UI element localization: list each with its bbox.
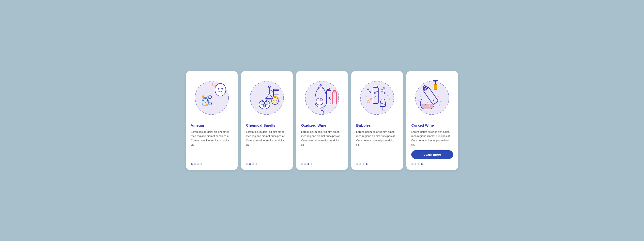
card-oxidized-wine-dots	[301, 163, 312, 165]
dot	[246, 163, 248, 165]
dot	[421, 163, 422, 165]
svg-point-25	[263, 105, 266, 107]
svg-point-71	[389, 98, 390, 100]
svg-point-26	[272, 98, 278, 104]
svg-point-5	[214, 85, 216, 88]
card-vinegar-illustration	[191, 77, 233, 119]
dot	[256, 163, 257, 165]
svg-point-23	[261, 101, 264, 105]
card-bubbles-illustration	[356, 77, 398, 119]
dot	[356, 163, 358, 165]
dot	[194, 163, 196, 165]
svg-point-86	[440, 101, 442, 102]
card-oxidized-wine-body: Lorem ipsum dolor sit dim amet, mea regi…	[301, 130, 343, 158]
card-corked-wine-illustration	[411, 77, 453, 119]
svg-point-31	[278, 104, 280, 105]
card-corked-wine-title: Corked Wine	[411, 123, 434, 128]
card-corked-wine-dots	[411, 163, 422, 165]
dot	[311, 163, 312, 165]
card-bubbles-title: Bubbles	[356, 123, 371, 128]
cards-container: Vinegar Lorem ipsum dolor sit dim amet, …	[186, 71, 458, 170]
svg-point-22	[259, 100, 270, 109]
dot	[362, 163, 364, 165]
svg-point-70	[387, 95, 388, 96]
dot	[411, 163, 413, 165]
svg-point-2	[215, 83, 226, 96]
svg-point-3	[218, 88, 220, 90]
card-corked-wine-body: Lorem ipsum dolor sit dim amet, mea regi…	[411, 130, 453, 146]
svg-point-27	[273, 100, 274, 100]
card-bubbles: Bubbles Lorem ipsum dolor sit dim amet, …	[351, 71, 403, 170]
svg-point-85	[438, 96, 439, 98]
card-chemical-smells-illustration	[246, 77, 288, 119]
dot	[308, 163, 309, 165]
dot	[252, 163, 254, 165]
card-chemical-smells-body: Lorem ipsum dolor sit dim amet, mea regi…	[246, 130, 288, 158]
card-oxidized-wine-illustration: O 2	[301, 77, 343, 119]
svg-text:2: 2	[330, 98, 331, 100]
dot	[200, 163, 202, 165]
svg-point-72	[366, 96, 367, 97]
svg-point-87	[439, 104, 440, 106]
svg-point-30	[279, 101, 280, 102]
card-vinegar-dots	[191, 163, 202, 165]
dot	[360, 163, 361, 165]
dot	[304, 163, 306, 165]
svg-point-88	[420, 96, 422, 97]
svg-text:O: O	[328, 96, 330, 100]
card-oxidized-wine-title: Oxidized Wine	[301, 123, 326, 128]
svg-point-24	[264, 101, 268, 105]
svg-rect-79	[434, 84, 437, 90]
dot	[249, 163, 251, 165]
card-vinegar-body: Lorem ipsum dolor sit dim amet, mea regi…	[191, 130, 233, 158]
svg-point-4	[222, 88, 223, 90]
card-vinegar-title: Vinegar	[191, 123, 204, 128]
card-corked-wine: Corked Wine Lorem ipsum dolor sit dim am…	[406, 71, 458, 170]
dot	[414, 163, 416, 165]
card-chemical-smells-title: Chemical Smells	[246, 123, 275, 128]
learn-more-button[interactable]: Learn more	[411, 150, 453, 159]
dot	[301, 163, 303, 165]
card-vinegar: Vinegar Lorem ipsum dolor sit dim amet, …	[186, 71, 238, 170]
svg-point-28	[276, 100, 277, 100]
dot	[197, 163, 199, 165]
dot	[191, 163, 192, 165]
svg-point-29	[278, 102, 278, 103]
card-chemical-smells-dots	[246, 163, 257, 165]
card-bubbles-dots	[356, 163, 368, 165]
dot	[418, 163, 420, 165]
dot	[366, 163, 368, 165]
card-bubbles-body: Lorem ipsum dolor sit dim amet, mea regi…	[356, 130, 398, 158]
svg-point-89	[418, 100, 420, 101]
svg-point-6	[212, 83, 213, 86]
card-chemical-smells: Chemical Smells Lorem ipsum dolor sit di…	[241, 71, 293, 170]
card-oxidized-wine: O 2 Oxidized Wine Lorem ipsum dolor sit …	[296, 71, 348, 170]
